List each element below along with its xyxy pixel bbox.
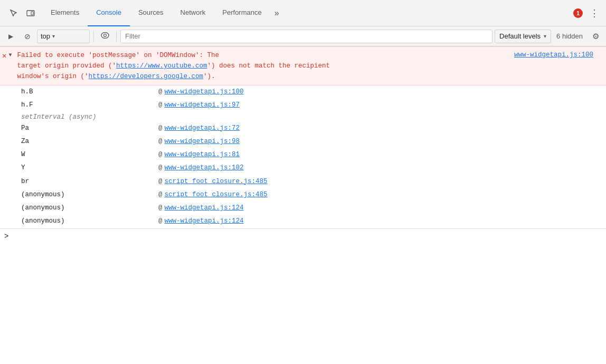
stack-file-link[interactable]: www-widgetapi.js:97 <box>165 100 240 111</box>
error-message-block: ✕ ▼ Failed to execute 'postMessage' on '… <box>0 46 606 85</box>
stack-file-link[interactable]: www-widgetapi.js:72 <box>165 123 240 134</box>
stack-at-symbol: @ <box>158 87 163 98</box>
stack-line: (anonymous)@ www-widgetapi.js:124 <box>0 202 606 215</box>
clear-console-button[interactable]: ⊘ <box>20 29 35 44</box>
stack-at-symbol: @ <box>158 162 163 174</box>
stack-file-link[interactable]: www-widgetapi.js:124 <box>165 203 244 214</box>
stack-function-name: br <box>21 176 158 187</box>
stack-line: (anonymous)@ www-widgetapi.js:124 <box>0 215 606 228</box>
stack-function-name: Za <box>21 136 158 147</box>
stack-at-symbol: @ <box>158 123 163 134</box>
stack-line: h.B@ www-widgetapi.js:100 <box>0 85 606 99</box>
stack-trace: h.B@ www-widgetapi.js:100h.F@ www-widget… <box>0 85 606 228</box>
stack-at-symbol: @ <box>158 149 163 160</box>
stack-file-link[interactable]: www-widgetapi.js:98 <box>165 136 240 147</box>
toolbar-divider-2 <box>116 31 117 42</box>
context-selector[interactable]: top ▾ <box>37 30 90 43</box>
error-badge: 1 <box>573 8 583 18</box>
stack-line: (anonymous)@ script_foot_closure.js:485 <box>0 188 606 202</box>
stack-function-name: h.B <box>21 87 158 98</box>
stack-function-name: W <box>21 149 158 160</box>
stack-file-link[interactable]: www-widgetapi.js:100 <box>165 87 244 98</box>
hidden-count-label: 6 hidden <box>553 32 586 40</box>
error-message-line-3: window's origin ('https://developers.goo… <box>17 71 510 82</box>
eye-button[interactable] <box>98 29 112 44</box>
tab-network[interactable]: Network <box>172 0 214 26</box>
error-block-body: Failed to execute 'postMessage' on 'DOMW… <box>17 49 510 83</box>
stack-file-link[interactable]: www-widgetapi.js:124 <box>165 216 244 227</box>
run-script-button[interactable]: ▶ <box>3 29 18 44</box>
stack-line: Pa@ www-widgetapi.js:72 <box>0 122 606 135</box>
stack-file-link[interactable]: script_foot_closure.js:485 <box>165 189 268 200</box>
expand-error-triangle[interactable]: ▼ <box>8 52 12 58</box>
stack-line: setInterval (async) <box>0 112 606 122</box>
tab-bar: Elements Console Sources Network Perform… <box>0 0 606 26</box>
stack-function-name: Pa <box>21 123 158 134</box>
responsive-design-button[interactable] <box>23 6 38 21</box>
stack-file-link[interactable]: www-widgetapi.js:81 <box>165 149 240 160</box>
filter-input[interactable] <box>120 30 493 43</box>
stack-function-name: (anonymous) <box>21 203 158 214</box>
devtools-icons <box>2 6 42 21</box>
error-message-line-2: target origin provided ('https://www.you… <box>17 61 510 71</box>
log-levels-selector[interactable]: Default levels ▾ <box>495 30 551 43</box>
stack-function-name: (anonymous) <box>21 216 158 227</box>
console-input-line: > <box>0 228 606 244</box>
stack-at-symbol: @ <box>158 100 163 111</box>
inspect-element-button[interactable] <box>6 6 21 21</box>
stack-at-symbol: @ <box>158 216 163 227</box>
console-toolbar: ▶ ⊘ top ▾ Default levels ▾ 6 hidden ⚙ <box>0 26 606 46</box>
console-prompt: > <box>4 232 8 241</box>
stack-at-symbol: @ <box>158 176 163 187</box>
more-tabs-button[interactable]: » <box>270 0 283 26</box>
tab-elements[interactable]: Elements <box>42 0 88 26</box>
stack-file-link[interactable]: www-widgetapi.js:102 <box>165 162 244 174</box>
stack-function-name: h.F <box>21 100 158 111</box>
error-count-circle: 1 <box>573 8 583 18</box>
error-source-link[interactable]: www-widgetapi.js:100 <box>514 49 600 59</box>
stack-line: h.F@ www-widgetapi.js:97 <box>0 99 606 112</box>
error-block-left: ✕ ▼ <box>0 49 17 83</box>
google-link[interactable]: https://developers.google.com <box>88 73 203 80</box>
context-selector-arrow: ▾ <box>52 33 55 39</box>
stack-line: Y@ www-widgetapi.js:102 <box>0 161 606 175</box>
svg-point-3 <box>104 34 107 37</box>
error-source-ref: www-widgetapi.js:100 <box>510 49 606 83</box>
gear-icon: ⚙ <box>592 32 599 41</box>
error-message-line-1: Failed to execute 'postMessage' on 'DOMW… <box>17 50 510 61</box>
devtools-menu-button[interactable]: ⋮ <box>587 6 602 21</box>
stack-at-symbol: @ <box>158 189 163 200</box>
stack-function-name: (anonymous) <box>21 189 158 200</box>
eye-icon <box>101 32 109 40</box>
tab-sources[interactable]: Sources <box>130 0 172 26</box>
stack-at-symbol: @ <box>158 203 163 214</box>
toolbar-divider-1 <box>93 31 94 42</box>
console-settings-button[interactable]: ⚙ <box>588 29 603 44</box>
svg-point-2 <box>101 33 109 39</box>
svg-rect-1 <box>31 12 33 15</box>
stack-line: W@ www-widgetapi.js:81 <box>0 148 606 161</box>
log-levels-arrow: ▾ <box>544 33 546 39</box>
console-input[interactable] <box>12 233 602 240</box>
console-output: ✕ ▼ Failed to execute 'postMessage' on '… <box>0 46 606 364</box>
stack-function-name: Y <box>21 162 158 174</box>
stack-line: br@ script_foot_closure.js:485 <box>0 175 606 188</box>
error-icon: ✕ <box>2 52 6 60</box>
tab-performance[interactable]: Performance <box>214 0 270 26</box>
stack-file-link[interactable]: script_foot_closure.js:485 <box>165 176 268 187</box>
stack-at-symbol: @ <box>158 136 163 147</box>
stack-line: Za@ www-widgetapi.js:98 <box>0 135 606 148</box>
youtube-link[interactable]: https://www.youtube.com <box>116 62 207 70</box>
tab-console[interactable]: Console <box>88 0 130 26</box>
